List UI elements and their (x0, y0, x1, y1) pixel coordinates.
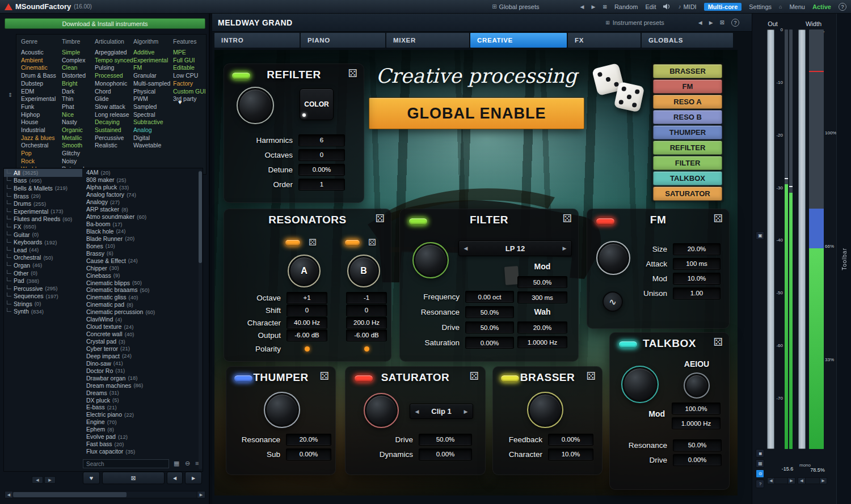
timbre-tag[interactable]: Phat (62, 103, 94, 111)
feature-tag[interactable]: Full GUI (173, 57, 205, 65)
resonator-b-led[interactable] (344, 239, 360, 246)
module-enable-button[interactable]: BRASSER (653, 64, 722, 78)
category-item[interactable]: Organ (46) (4, 261, 82, 269)
resonator-b-value-field[interactable]: 200.0 Hz (346, 317, 387, 329)
instrument-item[interactable]: Analog factory (74) (83, 191, 197, 198)
scroll-right-icon[interactable]: ▶ (787, 477, 795, 484)
category-pager-left[interactable]: ◀ (32, 476, 43, 484)
home-icon[interactable]: ⌂ (779, 4, 782, 10)
feature-tag[interactable]: Custom GUI (173, 88, 205, 96)
genre-tag[interactable]: Orchestral (21, 142, 58, 150)
category-item[interactable]: Orchestral (50) (4, 254, 82, 262)
genre-tag[interactable]: Experimental (21, 95, 58, 103)
resonator-a-dice-icon[interactable]: ⚄ (309, 237, 317, 248)
next-type-icon[interactable]: ▶ (558, 245, 571, 251)
algorithm-tag[interactable]: Wavetable (133, 142, 172, 150)
param-value-field[interactable]: 50.0% (465, 321, 514, 333)
download-install-button[interactable]: Download & Install instruments (5, 18, 205, 29)
articulation-tag[interactable]: Tempo synced (95, 57, 132, 65)
instrument-item[interactable]: Engine (70) (83, 418, 197, 426)
instrument-item[interactable]: 808 maker (25) (83, 176, 197, 184)
param-value-field[interactable]: 50.0% (419, 434, 472, 446)
category-item[interactable]: Drums (255) (4, 200, 82, 207)
category-item[interactable]: Pad (388) (4, 277, 82, 285)
resonator-a-value-field[interactable]: 40.00 Hz (287, 317, 327, 329)
category-item[interactable]: Flutes and Reeds (60) (4, 215, 82, 223)
timbre-tag[interactable]: Glitchy (62, 150, 94, 158)
favorites-heart-icon[interactable]: ♥ (178, 99, 182, 105)
scroll-left-icon[interactable]: ◀ (767, 477, 775, 484)
algorithm-tag[interactable]: Digital (133, 134, 172, 142)
instrument-item[interactable]: Cinematic blipps (50) (83, 279, 197, 286)
instrument-item[interactable]: Cinematic pad (8) (83, 301, 197, 308)
global-enable-button[interactable]: GLOBAL ENABLE (369, 98, 584, 129)
instrument-item[interactable]: Atmo soundmaker (60) (83, 213, 197, 221)
instrument-item[interactable]: Crystal pad (3) (83, 338, 197, 345)
clear-filter-icon[interactable]: ⊖ (185, 460, 190, 467)
category-item[interactable]: Experimental (173) (4, 207, 82, 215)
param-value-field[interactable]: 100 ms (673, 258, 721, 270)
algorithm-tag[interactable]: Experimental (133, 57, 172, 65)
instrument-item[interactable]: Analogy (27) (83, 198, 197, 206)
instrument-panel-button[interactable]: ⊠ (102, 472, 165, 484)
resonator-a-value-field[interactable]: -6.00 dB (287, 329, 327, 341)
category-item[interactable]: Sequences (197) (4, 293, 82, 300)
filter-type-selector[interactable]: ◀ LP 12 ▶ (458, 240, 572, 256)
param-value-field[interactable]: 50.0% (673, 439, 722, 451)
scroll-right-icon[interactable]: ▶ (197, 491, 205, 498)
articulation-tag[interactable]: Percussive (95, 134, 132, 142)
tab[interactable]: CREATIVE (470, 33, 567, 48)
articulation-tag[interactable]: Arpeggiated (95, 49, 132, 57)
scroll-track[interactable] (806, 477, 819, 484)
next-type-icon[interactable]: ▶ (459, 409, 473, 414)
random-button[interactable]: Random (614, 3, 638, 10)
keyboard-filter-icon[interactable]: ▦ (174, 460, 179, 467)
algorithm-tag[interactable]: Granular (133, 72, 172, 80)
instrument-scrollbar[interactable] (199, 170, 202, 469)
tab[interactable]: FX (568, 33, 641, 48)
talkbox-mod-depth-field[interactable]: 100.0% (672, 403, 721, 414)
instrument-item[interactable]: Flux capacitor (35) (83, 448, 197, 455)
saturator-type-selector[interactable]: ◀ Clip 1 ▶ (410, 404, 473, 419)
module-enable-button[interactable]: TALKBOX (653, 171, 722, 185)
instrument-item[interactable]: Cinematic gliss (40) (83, 294, 197, 301)
filter-wah-rate-field[interactable]: 1.0000 Hz (517, 336, 567, 348)
feature-tag[interactable]: Low CPU (173, 72, 205, 80)
prev-instrument-button[interactable]: ◀ (167, 472, 183, 484)
tab[interactable]: GLOBALS (642, 33, 733, 48)
width-fader[interactable] (798, 29, 806, 449)
thumper-main-knob[interactable] (266, 393, 298, 426)
articulation-tag[interactable]: Pulsing (95, 64, 132, 72)
prev-type-icon[interactable]: ◀ (410, 409, 424, 414)
tab[interactable]: PIANO (301, 33, 385, 48)
out-section-scrollbar[interactable]: ◀ ▶ (767, 477, 795, 484)
instrument-item[interactable]: DX pluck (5) (83, 396, 197, 404)
genre-tag[interactable]: Jazz & blues (21, 134, 58, 142)
algorithm-tag[interactable]: Spectral (133, 111, 172, 119)
pause-icon[interactable]: ▮▮ (756, 449, 764, 458)
algorithm-tag[interactable]: Additive (133, 49, 172, 57)
category-item[interactable]: Brass (29) (4, 192, 82, 200)
midi-button[interactable]: ♪ MIDI (678, 3, 696, 10)
genre-tag[interactable]: EDM (21, 88, 58, 96)
param-value-field[interactable]: 20.0% (673, 243, 721, 255)
instrument-item[interactable]: Brassy (6) (83, 249, 197, 257)
instrument-item[interactable]: Evolve pad (12) (83, 433, 197, 441)
param-value-field[interactable]: 50.0% (465, 306, 514, 318)
category-item[interactable]: Bass (495) (4, 177, 82, 185)
category-item[interactable]: Bells & Mallets (219) (4, 184, 82, 192)
resonator-a-knob[interactable]: A (289, 256, 319, 286)
instrument-item[interactable]: 4AM (20) (83, 169, 197, 176)
timbre-tag[interactable]: Distorted (62, 72, 94, 80)
scroll-track[interactable] (13, 491, 197, 498)
category-item[interactable]: Other (0) (4, 269, 82, 277)
instrument-item[interactable]: Ephem (8) (83, 426, 197, 433)
filter-mod-depth-field[interactable]: 50.0% (517, 276, 567, 288)
algorithm-tag[interactable]: Analog (133, 126, 172, 134)
instrument-item[interactable]: Dino-saw (41) (83, 359, 197, 367)
settings-button[interactable]: Settings (749, 3, 772, 10)
genre-tag[interactable]: Cinematic (21, 64, 58, 72)
param-value-field[interactable]: 20.0% (286, 434, 331, 446)
sidebar-horizontal-scrollbar[interactable]: ◀ ▶ (5, 491, 205, 498)
param-value-field[interactable]: 0.00% (298, 164, 345, 176)
